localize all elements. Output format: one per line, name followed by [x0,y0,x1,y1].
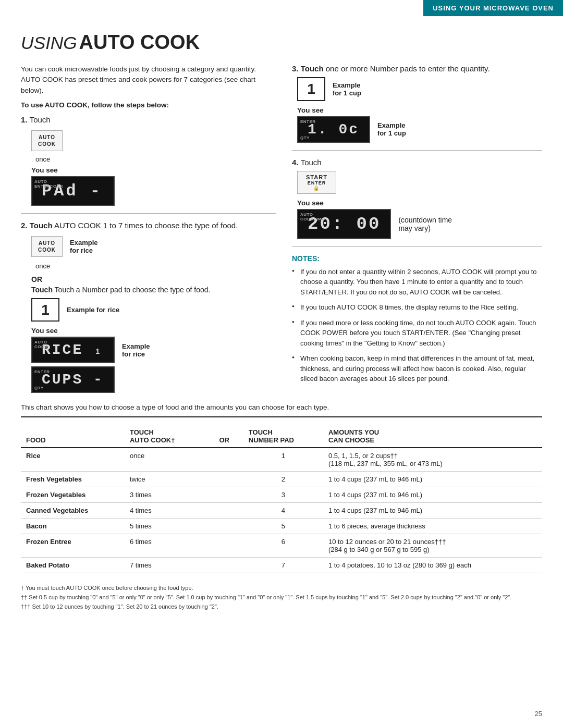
cell-or [214,487,243,503]
cell-food: Canned Vegetables [21,503,125,519]
cell-food: Frozen Entree [21,534,125,558]
col-touch-auto: TOUCH AUTO COOK† [125,417,214,448]
page-number: 25 [535,710,542,718]
cell-number-pad: 5 [243,519,323,534]
lock-icon: 🔒 [313,186,320,191]
footnote-double-dagger: †† Set 0.5 cup by touching "0" and "5" o… [21,593,542,602]
using-text: Using [21,33,77,53]
step2-you-see: You see AUTO COOK RICE 1 Example for ric… [31,327,276,393]
table-section: This chart shows you how to choose a typ… [0,393,563,578]
step2-action-text: AUTO COOK 1 to 7 times to choose the typ… [54,221,238,230]
cell-touch-auto: 4 times [125,503,214,519]
enter-label: ENTER [308,180,326,186]
step2-example-rice: Example for rice [67,306,119,314]
cell-touch-auto: twice [125,472,214,487]
step2-display-row: AUTO COOK RICE 1 Example for rice [31,337,276,363]
notes-list: If you do not enter a quantity within 2 … [292,267,542,384]
number-1-box[interactable]: 1 [31,298,59,322]
step3-number-box[interactable]: 1 [297,77,325,101]
cell-touch-auto: 6 times [125,534,214,558]
note-item: If you need more or less cooking time, d… [292,318,542,349]
cell-number-pad: 1 [243,448,323,472]
step4-display: AUTO COOKTIMU 20: 00 [297,209,391,239]
step2-action-prefix: Touch [30,221,53,230]
step2-number-row: 1 Example for rice [31,298,276,322]
cell-amounts: 1 to 6 pieces, average thickness [323,519,542,534]
intro-text: You can cook microwavable foods just by … [21,64,276,96]
step1-label: 1. Touch [21,115,276,124]
start-enter-button[interactable]: START ENTER 🔒 [297,171,336,194]
table-intro: This chart shows you how to choose a typ… [21,403,542,411]
cell-or [214,534,243,558]
cups-display-text: CUPS - [42,372,104,388]
step3-content: 1 Example for 1 cup You see ENTER QTY 1.… [297,77,542,143]
cell-food: Frozen Vegetables [21,487,125,503]
cell-or [214,503,243,519]
cell-or [214,448,243,472]
step4-display-row: AUTO COOKTIMU 20: 00 (countdown time may… [297,209,542,239]
auto-cook-button-step2[interactable]: AUTO COOK [31,236,63,257]
table-body: Rice once 1 0.5, 1, 1.5, or 2 cups†† (11… [21,448,542,573]
footnote-dagger: † You must touch AUTO COOK once before c… [21,584,542,593]
cell-food: Bacon [21,519,125,534]
cell-number-pad: 4 [243,503,323,519]
step1-once: once [35,155,276,163]
auto-cook-title: AUTO COOK [79,31,200,53]
step3-you-see-section: You see ENTER QTY 1. 0c Example for 1 cu… [297,106,542,143]
step4-countdown: (countdown time may vary) [398,216,452,232]
col-food: FOOD [21,417,125,448]
cell-or [214,558,243,573]
table-row: Baked Potato 7 times 7 1 to 4 potatoes, … [21,558,542,573]
cell-or [214,472,243,487]
step2-example: Example for rice [70,239,97,254]
cell-number-pad: 3 [243,487,323,503]
table-header-row: FOOD TOUCH AUTO COOK† OR TOUCH NUMBER PA… [21,417,542,448]
header-bar: USING YOUR MICROWAVE OVEN [423,0,563,16]
cell-number-pad: 7 [243,558,323,573]
step2-content: AUTO COOK Example for rice once OR Touch… [31,234,276,393]
step3-number-row: 1 Example for 1 cup [297,77,542,101]
or-label: OR [31,275,276,283]
step2-rice-example: Example for rice [122,342,150,358]
table-row: Frozen Entree 6 times 6 10 to 12 ounces … [21,534,542,558]
cell-food: Fresh Vegetables [21,472,125,487]
step3-display-row: ENTER QTY 1. 0c Example for 1 cup [297,116,542,143]
cell-touch-auto: 3 times [125,487,214,503]
step4-you-see-section: You see AUTO COOKTIMU 20: 00 (countdown … [297,199,542,239]
step2-button-row: AUTO COOK Example for rice [31,234,276,259]
table-row: Rice once 1 0.5, 1, 1.5, or 2 cups†† (11… [21,448,542,472]
table-row: Frozen Vegetables 3 times 3 1 to 4 cups … [21,487,542,503]
cell-touch-auto: 7 times [125,558,214,573]
step1-number: 1. [21,115,28,124]
step2-once: once [35,262,276,270]
cell-amounts: 1 to 4 cups (237 mL to 946 mL) [323,472,542,487]
note-item: If you touch AUTO COOK 8 times, the disp… [292,302,542,313]
step1-action: Touch [30,115,51,124]
table-row: Bacon 5 times 5 1 to 6 pieces, average t… [21,519,542,534]
step1-display-screen: AUTO ENTERCOOK PAd - [31,176,115,206]
footnote-triple-dagger: ††† Set 10 to 12 ounces by touching "1".… [21,602,542,612]
step3-example2: Example for 1 cup [377,121,406,137]
cell-amounts: 1 to 4 cups (237 mL to 946 mL) [323,487,542,503]
instruction-text: To use AUTO COOK, follow the steps below… [21,101,276,109]
table-row: Canned Vegetables 4 times 4 1 to 4 cups … [21,503,542,519]
auto-cook-button-step1[interactable]: AUTO COOK [31,130,63,151]
step3-display: ENTER QTY 1. 0c [297,116,370,143]
right-column: 3. Touch one or more Number pads to ente… [292,64,542,393]
cell-amounts: 0.5, 1, 1.5, or 2 cups†† (118 mL, 237 mL… [323,448,542,472]
header-title: USING YOUR MICROWAVE OVEN [433,4,554,12]
step4-number: 4. [292,158,299,167]
cell-amounts: 1 to 4 potatoes, 10 to 13 oz (280 to 369… [323,558,542,573]
cell-food: Rice [21,448,125,472]
step3-example: Example for 1 cup [333,81,361,97]
step3-action-prefix: Touch [301,64,324,73]
step1-content: AUTO COOK once You see AUTO ENTERCOOK PA… [31,128,276,206]
table-row: Fresh Vegetables twice 2 1 to 4 cups (23… [21,472,542,487]
cell-or [214,519,243,534]
main-content: You can cook microwavable foods just by … [0,59,563,393]
step4-label: 4. Touch [292,158,542,167]
cell-number-pad: 2 [243,472,323,487]
cell-number-pad: 6 [243,534,323,558]
step3-label: 3. Touch one or more Number pads to ente… [292,64,542,73]
step2-number: 2. [21,221,28,230]
